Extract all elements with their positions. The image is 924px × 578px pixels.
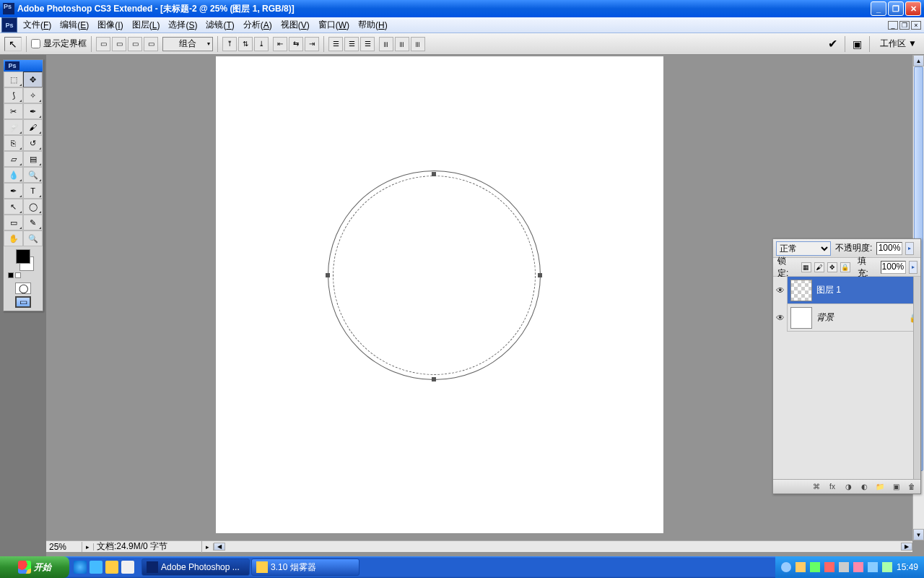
maximize-button[interactable]: ❐ <box>888 1 904 16</box>
transform-handle[interactable] <box>326 273 330 277</box>
menu-edit[interactable]: 编辑(E) <box>56 17 93 33</box>
layer-visibility-icon[interactable]: 👁 <box>773 304 788 332</box>
dodge-tool[interactable]: 🔍 <box>23 167 43 183</box>
photoshop-icon[interactable]: Ps <box>1 17 17 33</box>
align-right-icon[interactable]: ⇥ <box>305 37 319 51</box>
task-photoshop[interactable]: Adobe Photoshop ... <box>141 558 250 576</box>
marquee-selection[interactable] <box>333 176 536 375</box>
docinfo-popup-icon[interactable]: ▸ <box>202 543 214 551</box>
workspace-dropdown[interactable]: 工作区 ▼ <box>877 36 920 51</box>
history-brush-tool[interactable]: ↺ <box>23 135 43 151</box>
clock[interactable]: 15:49 <box>897 562 918 572</box>
zoom-tool[interactable]: 🔍 <box>23 230 43 246</box>
lasso-tool[interactable]: ⟆ <box>4 87 23 103</box>
healing-brush-tool[interactable]: 🩹 <box>4 119 23 135</box>
show-desktop-icon[interactable] <box>90 561 103 574</box>
layer-thumbnail[interactable] <box>790 280 812 301</box>
show-bounds-input[interactable] <box>31 39 40 48</box>
zoom-popup-icon[interactable]: ▸ <box>82 543 94 551</box>
path-select-tool[interactable]: ↖ <box>4 199 23 215</box>
transform-handle[interactable] <box>432 377 436 381</box>
clone-stamp-tool[interactable]: ⎘ <box>4 135 23 151</box>
layer-name[interactable]: 图层 1 <box>815 284 920 296</box>
scroll-left-button[interactable]: ◀ <box>214 543 225 551</box>
canvas[interactable] <box>216 56 663 533</box>
move-tool[interactable]: ✥ <box>23 72 43 87</box>
blend-mode-select[interactable]: 正常 <box>776 241 831 256</box>
menu-window[interactable]: 窗口(W) <box>314 17 354 33</box>
new-layer-icon[interactable]: ▣ <box>890 482 902 492</box>
transform-handle[interactable] <box>538 273 542 277</box>
menu-analysis[interactable]: 分析(A) <box>239 17 276 33</box>
distribute-icon[interactable]: ☰ <box>360 37 375 51</box>
distribute-icon[interactable]: ⫼ <box>395 37 409 51</box>
menu-layer[interactable]: 图层(L) <box>128 17 165 33</box>
type-tool[interactable]: T <box>23 183 43 199</box>
screenmode-standard[interactable]: ▭ <box>15 296 31 308</box>
link-layers-icon[interactable]: ⌘ <box>811 482 822 492</box>
panel-scrollbar[interactable] <box>913 277 920 479</box>
scroll-right-button[interactable]: ▶ <box>901 543 912 551</box>
layer-align-icon[interactable]: ▭ <box>96 37 110 51</box>
layer-visibility-icon[interactable]: 👁 <box>773 277 788 304</box>
blur-tool[interactable]: 💧 <box>4 167 23 183</box>
opacity-value[interactable]: 100% <box>876 242 902 255</box>
hscroll-track[interactable] <box>225 542 901 552</box>
close-button[interactable]: ✕ <box>905 1 921 16</box>
layer-mask-icon[interactable]: ◑ <box>842 482 854 492</box>
group-dropdown[interactable]: 组合 <box>162 37 213 51</box>
layer-row[interactable]: 👁 图层 1 <box>773 277 920 304</box>
eyedropper-tool[interactable]: ✎ <box>23 215 43 230</box>
layer-row[interactable]: 👁 背景 🔒 <box>773 304 920 332</box>
hand-tool[interactable]: ✋ <box>4 230 23 246</box>
go-bridge-icon[interactable]: ▣ <box>853 38 862 50</box>
transform-handle[interactable] <box>432 172 436 176</box>
tray-icon[interactable] <box>882 562 892 572</box>
layer-align-icon[interactable]: ▭ <box>144 37 158 51</box>
lock-transparent-icon[interactable]: ▦ <box>801 262 811 272</box>
notes-tool[interactable]: ▭ <box>4 215 23 230</box>
commit-icon[interactable]: ✔ <box>828 37 837 51</box>
task-folder[interactable]: 3.10 烟雾器 <box>251 558 359 576</box>
align-bottom-icon[interactable]: ⤓ <box>254 37 269 51</box>
fill-popup-icon[interactable]: ▸ <box>909 261 918 274</box>
tray-icon[interactable] <box>796 562 806 572</box>
mdi-minimize-button[interactable]: _ <box>888 21 898 30</box>
scroll-up-button[interactable]: ▲ <box>913 55 924 66</box>
layer-align-icon[interactable]: ▭ <box>112 37 126 51</box>
align-top-icon[interactable]: ⤒ <box>222 37 237 51</box>
menu-image[interactable]: 图像(I) <box>93 17 127 33</box>
zoom-level[interactable]: 25% <box>46 542 82 552</box>
fill-value[interactable]: 100% <box>881 261 906 274</box>
magic-wand-tool[interactable]: ✧ <box>23 87 43 103</box>
delete-layer-icon[interactable]: 🗑 <box>906 482 918 492</box>
quick-launch-icon[interactable] <box>121 561 134 574</box>
tray-icon[interactable] <box>810 562 820 572</box>
align-left-icon[interactable]: ⇤ <box>273 37 287 51</box>
toolbox-header[interactable]: Ps <box>4 60 43 72</box>
foreground-color[interactable] <box>16 249 30 264</box>
tray-icon[interactable] <box>781 562 791 572</box>
opacity-popup-icon[interactable]: ▸ <box>905 242 914 255</box>
crop-tool[interactable]: ✂ <box>4 103 23 119</box>
distribute-icon[interactable]: ⫼ <box>411 37 425 51</box>
tray-icon[interactable] <box>853 562 863 572</box>
eraser-tool[interactable]: ▱ <box>4 151 23 167</box>
document-info[interactable]: 文档:24.9M/0 字节 <box>94 540 202 553</box>
lock-image-icon[interactable]: 🖌 <box>814 262 824 272</box>
swap-colors-icon[interactable] <box>15 272 21 278</box>
start-button[interactable]: 开始 <box>0 556 69 578</box>
layer-thumbnail[interactable] <box>790 307 812 329</box>
distribute-icon[interactable]: ☰ <box>328 37 343 51</box>
pen-tool[interactable]: ✒ <box>4 183 23 199</box>
show-bounds-checkbox[interactable]: 显示定界框 <box>31 38 87 50</box>
tray-icon[interactable] <box>839 562 849 572</box>
new-group-icon[interactable]: 📁 <box>874 482 886 492</box>
menu-file[interactable]: 文件(F) <box>19 17 56 33</box>
default-colors-icon[interactable] <box>8 272 14 278</box>
quick-launch-icon[interactable] <box>105 561 118 574</box>
mdi-restore-button[interactable]: ❐ <box>899 21 910 30</box>
adjustment-layer-icon[interactable]: ◐ <box>858 482 870 492</box>
menu-view[interactable]: 视图(V) <box>276 17 314 33</box>
distribute-icon[interactable]: ⫼ <box>379 37 393 51</box>
